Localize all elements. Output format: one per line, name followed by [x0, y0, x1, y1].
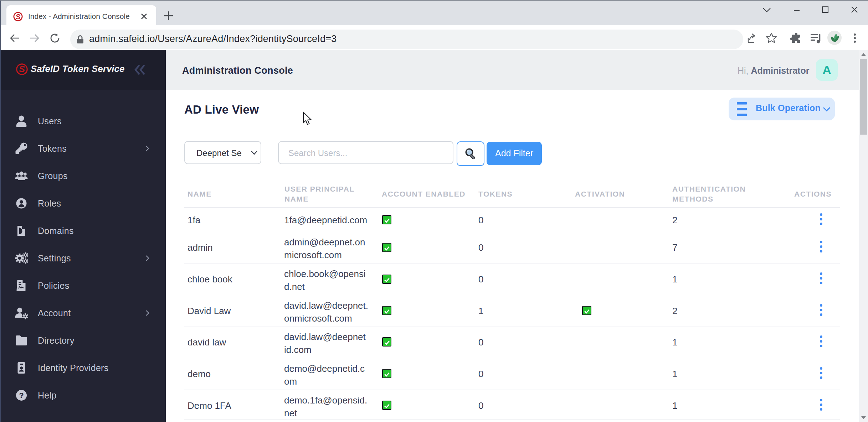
svg-text:S: S: [15, 12, 20, 21]
svg-text:?: ?: [19, 391, 24, 400]
svg-text:S: S: [19, 64, 25, 74]
